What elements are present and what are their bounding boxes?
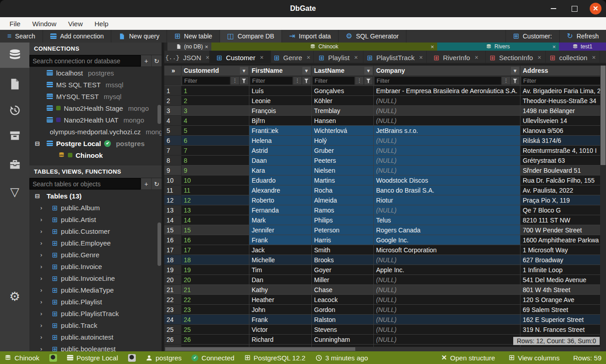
grid-corner-expand[interactable]: » <box>164 66 181 76</box>
grid-cell[interactable]: Martins <box>312 175 374 185</box>
sidebar-icon-gear[interactable]: ⚙ <box>0 284 29 309</box>
grid-cell[interactable]: Michelle <box>249 255 312 265</box>
grid-cell[interactable]: Grétrystraat 63 <box>520 156 600 165</box>
column-header-firstname[interactable]: FirstName▾ <box>249 66 312 76</box>
table-item-public-playlisttrack[interactable]: ›⊞public.PlaylistTrack <box>29 307 162 319</box>
grid-cell[interactable]: 1498 rue Bélanger <box>520 106 600 116</box>
row-number[interactable]: 21 <box>164 285 181 295</box>
connections-add-button[interactable]: + <box>141 55 151 66</box>
row-number[interactable]: 18 <box>164 255 181 265</box>
database-group-tab-chinook[interactable]: Chinook× <box>211 43 437 51</box>
grid-cell[interactable]: Rua Dr. Falcăo Filho, 155 <box>520 175 600 185</box>
menu-view[interactable]: View <box>63 19 88 28</box>
grid-cell[interactable]: Miller <box>312 275 374 285</box>
grid-cell[interactable]: 120 S Orange Ave <box>520 295 600 305</box>
chevron-right-icon[interactable]: › <box>40 251 42 258</box>
row-number[interactable]: 12 <box>164 195 181 205</box>
row-number[interactable]: 22 <box>164 295 181 305</box>
filter-input-lastname[interactable]: Filter <box>313 77 354 85</box>
grid-cell[interactable]: Bjřrn <box>249 116 312 126</box>
grid-cell[interactable]: 8210 111 ST NW <box>520 215 600 225</box>
chevron-right-icon[interactable]: › <box>40 310 42 317</box>
grid-cell[interactable]: 17 <box>181 245 249 255</box>
table-item-public-album[interactable]: ›⊞public.Album <box>29 202 162 213</box>
titlebar[interactable]: DbGate ✕ <box>0 0 606 17</box>
toolbar-button-new-table[interactable]: ⊞New table <box>167 30 220 43</box>
toolbar-button-search[interactable]: ≡Search <box>0 30 43 43</box>
grid-cell[interactable]: 4 <box>181 116 249 126</box>
grid-cell[interactable]: Klanova 9/506 <box>520 126 600 136</box>
filter-menu-icon[interactable]: ⋮ <box>293 77 301 85</box>
table-item-public-track[interactable]: ›⊞public.Track <box>29 319 162 331</box>
grid-cell[interactable]: Av. Paulista, 2022 <box>520 185 600 195</box>
row-number[interactable]: 13 <box>164 205 181 215</box>
horizontal-scrollbar-thumb[interactable] <box>165 347 355 351</box>
grid-cell[interactable]: Peeters <box>312 156 374 165</box>
menu-help[interactable]: Help <box>90 19 114 28</box>
grid-cell[interactable]: Hansen <box>312 116 374 126</box>
row-number[interactable]: 24 <box>164 315 181 325</box>
grid-cell[interactable]: Rocha <box>312 185 374 195</box>
table-item-public-invoice[interactable]: ›⊞public.Invoice <box>29 260 162 272</box>
sidebar-icon-briefcase[interactable] <box>0 152 29 177</box>
close-icon[interactable]: × <box>205 43 208 50</box>
grid-cell[interactable]: Dan <box>249 275 312 285</box>
grid-cell[interactable]: Kathy <box>249 285 312 295</box>
table-item-public-invoiceline[interactable]: ›⊞public.InvoiceLine <box>29 272 162 284</box>
toolbar-button-refresh[interactable]: ↻Refresh <box>559 30 606 43</box>
minimize-button[interactable] <box>548 3 559 14</box>
grid-cell[interactable]: Leonie <box>249 96 312 106</box>
chevron-down-icon[interactable]: ▾ <box>511 67 519 75</box>
grid-cell[interactable]: 1 <box>181 86 249 96</box>
toolbar-button-import-data[interactable]: ⇥Import data <box>282 30 339 43</box>
row-number[interactable]: 17 <box>164 245 181 255</box>
grid-cell[interactable]: François <box>249 106 312 116</box>
grid-cell[interactable]: (NULL) <box>374 275 520 285</box>
grid-cell[interactable]: John <box>249 305 312 315</box>
row-number[interactable]: 25 <box>164 325 181 335</box>
grid-cell[interactable]: UllevÍlsveien 14 <box>520 116 600 126</box>
grid-cell[interactable]: Helena <box>249 136 312 146</box>
grid-cell[interactable]: 319 N. Frances Street <box>520 325 600 335</box>
chevron-down-icon[interactable]: ▾ <box>364 67 372 75</box>
grid-cell[interactable]: 1600 Amphitheatre Parkwa <box>520 235 600 245</box>
menu-window[interactable]: Window <box>27 19 61 28</box>
tab-riverinfo[interactable]: ⊞RiverInfo× <box>427 51 486 64</box>
grid-cell[interactable]: Jennifer <box>249 225 312 235</box>
grid-cell[interactable]: 21 <box>181 285 249 295</box>
status-connected[interactable]: ✔Connected <box>191 354 234 362</box>
grid-cell[interactable]: Leacock <box>312 295 374 305</box>
grid-cell[interactable]: Tim <box>249 265 312 275</box>
grid-cell[interactable]: (NULL) <box>374 315 520 325</box>
grid-cell[interactable]: 14 <box>181 215 249 225</box>
chevron-right-icon[interactable]: › <box>40 275 42 282</box>
status-view-columns[interactable]: ⊞View columns <box>509 354 560 362</box>
connection-item-localhost[interactable]: localhostpostgres <box>29 67 162 79</box>
grid-cell[interactable]: 7 <box>181 146 249 156</box>
grid-cell[interactable]: Theodor-Heuss-Straße 34 <box>520 96 600 106</box>
row-number[interactable]: 19 <box>164 265 181 275</box>
tables-scrollbar[interactable] <box>157 222 161 266</box>
close-icon[interactable]: × <box>307 54 310 61</box>
row-number[interactable]: 20 <box>164 275 181 285</box>
grid-cell[interactable]: Franti□ek <box>249 126 312 136</box>
grid-cell[interactable]: Rogers Canada <box>374 225 520 235</box>
vertical-scrollbar[interactable] <box>600 66 606 351</box>
grid-cell[interactable]: 6 <box>181 136 249 146</box>
grid-cell[interactable]: 13 <box>181 205 249 215</box>
close-icon[interactable]: × <box>475 54 478 61</box>
grid-cell[interactable]: Luís <box>249 86 312 96</box>
tab-collection[interactable]: ⊞collection× <box>546 51 600 64</box>
grid-cell[interactable]: 8 <box>181 156 249 165</box>
sidebar-icon-database[interactable] <box>0 43 29 68</box>
grid-cell[interactable]: Cunningham <box>312 335 374 345</box>
filter-input-customerid[interactable]: Filter <box>182 77 230 85</box>
column-header-address[interactable]: Address▾ <box>520 66 600 76</box>
filter-input-firstname[interactable]: Filter <box>250 77 292 85</box>
chevron-down-icon[interactable]: ▾ <box>240 67 248 75</box>
grid-cell[interactable]: Daan <box>249 156 312 165</box>
grid-cell[interactable]: JetBrains s.r.o. <box>374 126 520 136</box>
grid-cell[interactable]: Köhler <box>312 96 374 106</box>
grid-cell[interactable]: Fernanda <box>249 205 312 215</box>
grid-cell[interactable]: Philips <box>312 215 374 225</box>
